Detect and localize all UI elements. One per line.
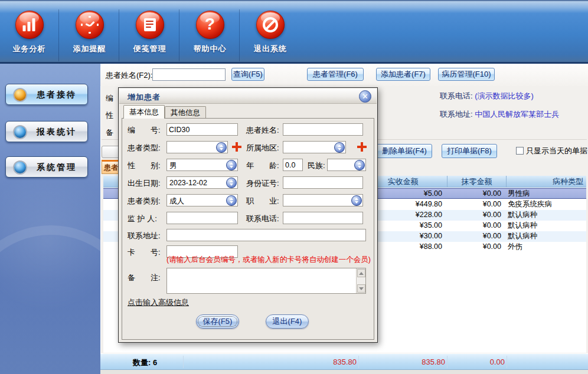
phone-input[interactable] [283,212,363,224]
cell-rounded: ¥0.00 [447,189,506,199]
cell-disease: 默认病种 [508,231,586,242]
toolbar-item-exit-system[interactable]: 退出系统 [241,9,300,61]
scroll-down-icon[interactable] [357,284,365,293]
ethnicity-combo[interactable] [327,159,366,171]
add-patient-button[interactable]: 添加患者(F7) [376,68,430,81]
medical-records-button[interactable]: 病历管理(F10) [438,68,495,81]
spinner-icon[interactable] [351,195,362,206]
add-patient-type-plus-icon[interactable] [232,142,241,152]
contact-address-label: 联系地址: [440,110,473,119]
clipped-label-gender: 性 [106,110,117,121]
sidebar: 患者接待 报表统计 系统管理 [0,64,100,374]
column-disease-type[interactable]: 病种类型 [506,176,586,188]
patient-name-label: 患者姓名: [246,125,279,136]
summary-count: 数量: 6 [133,357,157,368]
sidebar-item-system-management[interactable]: 系统管理 [5,156,88,178]
scroll-up-icon[interactable] [357,269,365,277]
birth-date-label: 出生日期: [128,178,161,189]
sidebar-item-label: 报表统计 [37,122,77,142]
clipped-label-remark: 备 [106,127,117,138]
ban-icon [256,11,285,39]
summary-total-receivable: 835.80 [298,357,357,366]
today-only-label: 只显示当天的单据 [526,146,587,156]
patient-type-combo[interactable] [166,141,228,153]
toolbar-item-label: 帮助中心 [181,44,239,54]
contact-phone-value: (演示数据比较多) [475,91,534,100]
tab-basic-info[interactable]: 基本信息 [123,105,165,119]
cell-disease: 外伤 [508,242,586,252]
sidebar-item-patient-reception[interactable]: 患者接待 [5,84,88,105]
today-only-checkbox[interactable] [516,147,524,155]
dialog-titlebar[interactable]: 增加患者 ✕ [119,88,377,104]
search-row: 患者姓名(F2): 查询(F5) 患者管理(F6) 添加患者(F7) 病历管理(… [100,64,588,86]
category-label: 患者类别: [128,196,161,206]
spinner-icon[interactable] [226,160,237,170]
age-label: 年 龄: [246,160,279,171]
spinner-icon[interactable] [226,195,237,206]
age-input[interactable] [283,159,303,171]
patient-manage-button[interactable]: 患者管理(F6) [307,68,364,81]
toolbar-item-help-center[interactable]: ? 帮助中心 [181,9,240,61]
summary-separator [183,356,184,368]
delete-receipt-button[interactable]: 删除单据(F4) [377,144,432,158]
spinner-icon[interactable] [226,178,237,188]
toolbar-item-business-analysis[interactable]: 业务分析 [0,9,59,61]
summary-separator [358,356,359,368]
phone-label: 联系电话: [246,214,279,224]
add-patient-dialog: 增加患者 ✕ 基本信息 其他信息 编 号: 患者姓名: 患者类型: 所属地区 [118,87,378,343]
sphere-icon [13,160,27,175]
code-label: 编 号: [128,125,161,136]
region-combo[interactable] [283,141,346,153]
sphere-icon [13,88,27,102]
advanced-info-link[interactable]: 点击输入高级信息 [128,297,189,308]
toolbar-item-add-reminder[interactable]: 添加提醒 [60,9,119,61]
dialog-title: 增加患者 [128,92,161,103]
address-label: 联系地址: [128,231,161,241]
save-button[interactable]: 保存(F5) [196,314,239,329]
guardian-input[interactable] [166,212,238,224]
gender-combo[interactable]: 男 [166,159,238,171]
code-input[interactable] [166,123,238,136]
spinner-icon[interactable] [334,142,345,153]
tab-other-info[interactable]: 其他信息 [165,106,206,119]
toolbar-item-label: 便笺管理 [120,44,179,54]
patient-name-input[interactable] [283,123,363,136]
toolbar-item-note-management[interactable]: 便笺管理 [120,9,179,61]
clipped-label-code: 编 [106,93,117,104]
query-button[interactable]: 查询(F5) [231,68,264,81]
address-input[interactable] [166,229,366,241]
patient-name-search-input[interactable] [152,68,226,81]
cell-disease: 默认病种 [508,210,586,221]
remark-textarea[interactable] [166,268,366,294]
contact-address-line: 联系地址: 中国人民解放军某部士兵 [440,109,559,120]
id-number-input[interactable] [283,176,363,189]
summary-separator [507,356,507,368]
sidebar-item-report-statistics[interactable]: 报表统计 [5,121,88,142]
print-receipt-button[interactable]: 打印单据(F8) [442,144,497,158]
category-value: 成人 [169,196,184,206]
guardian-label: 监 护 人: [128,214,157,224]
bar-chart-icon [15,11,44,39]
cell-rounded: ¥0.00 [447,221,506,231]
cell-disease: 免疫系统疾病 [508,199,586,210]
summary-total-rounded: 0.00 [446,357,505,366]
app-window: 业务分析 添加提醒 便笺管理 ? 帮助中心 退出系统 患者接待 报表统计 [0,0,588,374]
category-combo[interactable]: 成人 [166,194,238,206]
cell-rounded: ¥0.00 [447,210,506,221]
exit-button[interactable]: 退出(F4) [266,314,309,329]
occupation-combo[interactable] [283,194,363,206]
close-icon[interactable]: ✕ [359,90,371,103]
add-region-plus-icon[interactable] [357,142,367,152]
dialog-tabs: 基本信息 其他信息 [123,105,206,119]
patient-type-label: 患者类型: [128,143,161,153]
remark-scrollbar[interactable] [356,268,365,293]
column-rounded-amount[interactable]: 抹零金额 [447,176,506,188]
spinner-icon[interactable] [354,160,365,170]
summary-total-paid: 835.80 [386,357,445,366]
ethnicity-label: 民族: [308,160,325,171]
toolbar-item-label: 业务分析 [0,44,58,54]
birth-date-combo[interactable]: 2023-12-02 [166,176,238,189]
spinner-icon[interactable] [216,142,227,153]
card-number-label: 卡 号: [128,247,161,258]
region-label: 所属地区: [246,143,279,153]
